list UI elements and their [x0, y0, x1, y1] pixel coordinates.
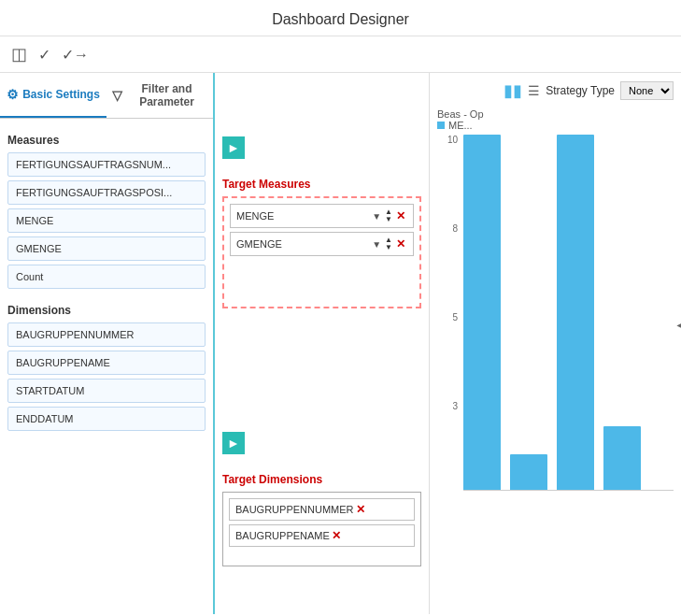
panel-body: Measures FERTIGUNGSAUFTRAGSNUM... FERTIG… — [0, 119, 213, 614]
tab-filter-parameter[interactable]: ▽ Filter and Parameter — [106, 73, 213, 118]
target-dim-item-0: BAUGRUPPENNUMMER ✕ — [229, 498, 415, 521]
strategy-type-select[interactable]: None — [620, 81, 674, 100]
y-label-10: 10 — [437, 135, 458, 145]
page-title: Dashboard Designer — [272, 11, 409, 27]
target-dim-item-1: BAUGRUPPENAME ✕ — [229, 524, 415, 547]
target-dimensions-label: Target Dimensions — [222, 473, 421, 486]
list-icon: ☰ — [528, 83, 540, 98]
tab-basic-settings[interactable]: ⚙ Basic Settings — [0, 73, 106, 118]
measure-item-3[interactable]: GMENGE — [7, 236, 206, 261]
measure-item-2[interactable]: MENGE — [7, 208, 206, 233]
dropdown-btn-1[interactable]: ▼ — [370, 239, 383, 250]
y-label-3: 3 — [437, 401, 458, 411]
bar-1 — [510, 454, 547, 490]
target-dimensions-box: BAUGRUPPENNUMMER ✕ BAUGRUPPENAME ✕ — [222, 492, 421, 566]
check-icon[interactable]: ✓ — [38, 46, 50, 64]
target-measures-section: Target Measures MENGE ▼ ▲ ▼ ✕ — [222, 178, 421, 308]
gear-icon: ⚙ — [7, 87, 19, 102]
bar-0 — [463, 135, 501, 490]
dimensions-label: Dimensions — [7, 304, 206, 317]
tab-basic-label: Basic Settings — [22, 88, 100, 101]
chart-icon: ▮▮ — [504, 80, 522, 101]
measure-item-1[interactable]: FERTIGUNGSAUFTRAGSPOSI... — [7, 180, 206, 205]
dimension-item-2[interactable]: STARTDATUM — [7, 379, 206, 403]
remove-btn-0[interactable]: ✕ — [394, 209, 407, 222]
remove-dim-btn-0[interactable]: ✕ — [354, 503, 408, 516]
target-dim-text-1: BAUGRUPPENAME — [235, 530, 330, 541]
y-axis: 10 8 5 3 — [437, 135, 460, 490]
target-dim-text-0: BAUGRUPPENNUMMER — [235, 504, 354, 515]
dimension-item-1[interactable]: BAUGRUPPENAME — [7, 351, 206, 375]
toolbar: ◫ ✓ ✓→ — [0, 36, 681, 73]
target-measure-controls-1: ▼ ▲ ▼ ✕ — [370, 236, 407, 251]
dropdown-btn-0[interactable]: ▼ — [370, 211, 383, 222]
target-measure-controls-0: ▼ ▲ ▼ ✕ — [370, 208, 407, 223]
dimension-item-0[interactable]: BAUGRUPPENNUMMER — [7, 322, 206, 347]
updown-1: ▲ ▼ — [385, 236, 392, 251]
target-measures-label: Target Measures — [222, 178, 421, 191]
target-measure-item-0: MENGE ▼ ▲ ▼ ✕ — [230, 204, 414, 228]
add-measures-button[interactable]: ► — [222, 136, 245, 159]
tab-filter-label: Filter and Parameter — [126, 82, 207, 108]
strategy-type-label: Strategy Type — [546, 84, 615, 97]
app-header: Dashboard Designer — [0, 0, 681, 36]
arrow-right-dim-icon: ► — [227, 436, 240, 451]
target-measure-text-1: GMENGE — [236, 238, 370, 250]
add-dimensions-button[interactable]: ► — [222, 432, 245, 454]
tabs-container: ⚙ Basic Settings ▽ Filter and Parameter — [0, 73, 213, 119]
y-label-8: 8 — [437, 223, 458, 234]
app-container: Dashboard Designer ◫ ✓ ✓→ ⚙ Basic Settin… — [0, 0, 681, 614]
dimension-item-3[interactable]: ENDDATUM — [7, 407, 206, 431]
remove-dim-btn-1[interactable]: ✕ — [330, 529, 408, 542]
chart-container: 10 8 5 3 — [437, 135, 674, 583]
chart-baseline — [463, 490, 674, 491]
target-measures-box: MENGE ▼ ▲ ▼ ✕ GMENGE ▼ — [222, 196, 421, 308]
main-content: ⚙ Basic Settings ▽ Filter and Parameter … — [0, 73, 681, 614]
target-measure-text-0: MENGE — [236, 210, 370, 222]
legend-item-0: ME... — [437, 120, 674, 131]
updown-0: ▲ ▼ — [385, 208, 392, 223]
target-measure-item-1: GMENGE ▼ ▲ ▼ ✕ — [230, 232, 414, 256]
filter-icon: ▽ — [112, 88, 122, 103]
measure-item-4[interactable]: Count — [7, 265, 206, 289]
table-icon[interactable]: ◫ — [11, 44, 27, 64]
legend-text-0: ME... — [448, 120, 473, 131]
bar-2 — [557, 135, 594, 490]
check-arrow-icon[interactable]: ✓→ — [62, 46, 89, 64]
measure-item-0[interactable]: FERTIGUNGSAUFTRAGSNUM... — [7, 152, 206, 177]
down-btn-0[interactable]: ▼ — [385, 216, 392, 223]
remove-btn-1[interactable]: ✕ — [394, 237, 407, 251]
bar-3 — [603, 426, 641, 490]
arrow-right-icon: ► — [227, 140, 240, 155]
chart-legend: Beas - Op ME... — [437, 108, 674, 131]
legend-dot-0 — [437, 122, 445, 129]
left-panel: ⚙ Basic Settings ▽ Filter and Parameter … — [0, 73, 215, 614]
right-panel: ▮▮ ☰ Strategy Type None Beas - Op ME... — [430, 73, 681, 614]
down-btn-1[interactable]: ▼ — [385, 244, 392, 251]
y-label-5: 5 — [437, 312, 458, 322]
legend-title: Beas - Op — [437, 108, 484, 120]
middle-panel: ► Target Measures MENGE ▼ ▲ ▼ — [215, 73, 430, 614]
collapse-handle[interactable]: ◄ — [674, 317, 681, 334]
target-dimensions-section: Target Dimensions BAUGRUPPENNUMMER ✕ BAU… — [222, 473, 421, 566]
right-top-bar: ▮▮ ☰ Strategy Type None — [437, 80, 674, 101]
measures-label: Measures — [7, 134, 206, 147]
